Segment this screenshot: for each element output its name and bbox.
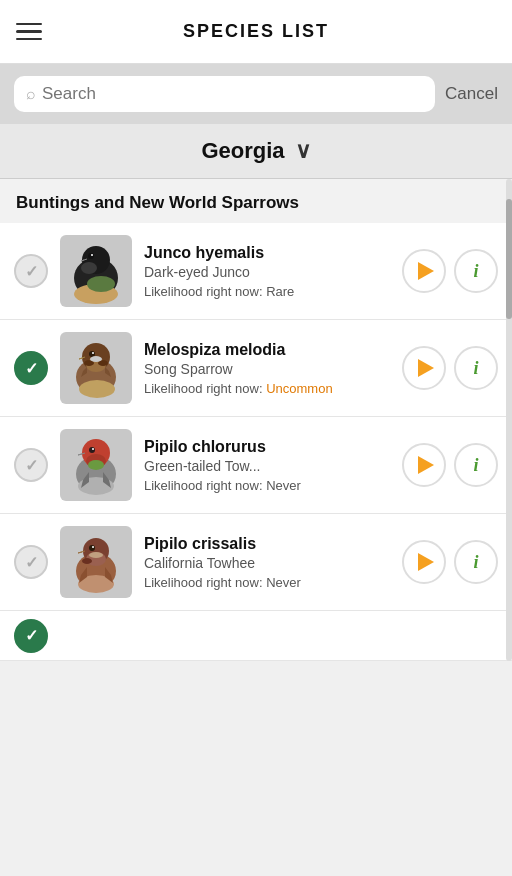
likelihood: Likelihood right now: Uncommon — [144, 381, 390, 396]
app-header: SPECIES LIST — [0, 0, 512, 64]
check-circle-pipilo1[interactable]: ✓ — [14, 448, 48, 482]
check-circle-bottom[interactable]: ✓ — [14, 619, 48, 653]
common-name: Green-tailed Tow... — [144, 458, 390, 474]
likelihood: Likelihood right now: Rare — [144, 284, 390, 299]
likelihood-value: Never — [266, 478, 301, 493]
check-circle-melospiza[interactable]: ✓ — [14, 351, 48, 385]
info-icon: i — [473, 552, 478, 573]
common-name: California Towhee — [144, 555, 390, 571]
content-area: Buntings and New World Sparrows ✓ — [0, 179, 512, 661]
common-name: Song Sparrow — [144, 361, 390, 377]
check-icon: ✓ — [25, 553, 38, 572]
action-buttons: i — [402, 346, 498, 390]
svg-point-21 — [92, 448, 94, 450]
check-circle-junco[interactable]: ✓ — [14, 254, 48, 288]
species-info-melospiza: Melospiza melodia Song Sparrow Likelihoo… — [144, 341, 390, 396]
list-item: ✓ — [0, 320, 512, 417]
svg-point-13 — [89, 351, 95, 357]
svg-point-8 — [79, 380, 115, 398]
play-button[interactable] — [402, 540, 446, 584]
info-icon: i — [473, 455, 478, 476]
check-icon: ✓ — [25, 626, 38, 645]
list-item: ✓ — [0, 417, 512, 514]
check-icon: ✓ — [25, 359, 38, 378]
svg-point-29 — [82, 558, 92, 564]
check-icon: ✓ — [25, 456, 38, 475]
list-item: ✓ Junco hyemalis D — [0, 223, 512, 320]
sci-name: Junco hyemalis — [144, 244, 390, 262]
svg-point-22 — [88, 460, 104, 470]
svg-point-14 — [92, 352, 94, 354]
cancel-button[interactable]: Cancel — [445, 80, 498, 108]
common-name: Dark-eyed Junco — [144, 264, 390, 280]
content-wrapper: Buntings and New World Sparrows ✓ — [0, 179, 512, 661]
likelihood-value: Rare — [266, 284, 294, 299]
likelihood: Likelihood right now: Never — [144, 575, 390, 590]
search-bar-container: ⌕ Cancel — [0, 64, 512, 124]
play-button[interactable] — [402, 443, 446, 487]
sci-name: Melospiza melodia — [144, 341, 390, 359]
check-circle-pipilo2[interactable]: ✓ — [14, 545, 48, 579]
svg-point-3 — [81, 262, 97, 274]
info-icon: i — [473, 358, 478, 379]
region-name: Georgia — [201, 138, 284, 164]
list-item-partial: ✓ — [0, 611, 512, 661]
svg-point-6 — [87, 276, 115, 292]
action-buttons: i — [402, 443, 498, 487]
bird-image-pipilo1 — [60, 429, 132, 501]
bird-image-melospiza — [60, 332, 132, 404]
svg-point-20 — [89, 447, 95, 453]
chevron-down-icon: ∨ — [295, 138, 311, 164]
bird-image-pipilo2 — [60, 526, 132, 598]
info-button[interactable]: i — [454, 540, 498, 584]
svg-point-5 — [91, 254, 93, 256]
svg-point-4 — [88, 253, 94, 259]
page-title: SPECIES LIST — [183, 21, 329, 42]
species-info-junco: Junco hyemalis Dark-eyed Junco Likelihoo… — [144, 244, 390, 299]
likelihood-value: Uncommon — [266, 381, 332, 396]
info-button[interactable]: i — [454, 346, 498, 390]
svg-point-15 — [90, 356, 102, 362]
svg-point-30 — [89, 552, 103, 558]
play-button[interactable] — [402, 249, 446, 293]
sci-name: Pipilo crissalis — [144, 535, 390, 553]
sci-name: Pipilo chlorurus — [144, 438, 390, 456]
search-icon: ⌕ — [26, 85, 36, 103]
category-header: Buntings and New World Sparrows — [0, 179, 512, 223]
list-item: ✓ — [0, 514, 512, 611]
svg-point-28 — [92, 546, 94, 548]
search-input-wrapper[interactable]: ⌕ — [14, 76, 435, 112]
info-button[interactable]: i — [454, 443, 498, 487]
info-button[interactable]: i — [454, 249, 498, 293]
action-buttons: i — [402, 540, 498, 584]
play-button[interactable] — [402, 346, 446, 390]
play-icon — [418, 262, 434, 280]
action-buttons: i — [402, 249, 498, 293]
likelihood-value: Never — [266, 575, 301, 590]
species-list: ✓ Junco hyemalis D — [0, 223, 512, 661]
search-input[interactable] — [42, 84, 423, 104]
play-icon — [418, 456, 434, 474]
region-selector[interactable]: Georgia ∨ — [0, 124, 512, 179]
species-info-pipilo2: Pipilo crissalis California Towhee Likel… — [144, 535, 390, 590]
play-icon — [418, 359, 434, 377]
likelihood: Likelihood right now: Never — [144, 478, 390, 493]
scrollbar-thumb[interactable] — [506, 199, 512, 319]
svg-point-27 — [89, 545, 95, 551]
scrollbar-track[interactable] — [506, 179, 512, 661]
check-icon: ✓ — [25, 262, 38, 281]
bird-image-junco — [60, 235, 132, 307]
species-info-pipilo1: Pipilo chlorurus Green-tailed Tow... Lik… — [144, 438, 390, 493]
play-icon — [418, 553, 434, 571]
menu-button[interactable] — [16, 23, 42, 41]
info-icon: i — [473, 261, 478, 282]
